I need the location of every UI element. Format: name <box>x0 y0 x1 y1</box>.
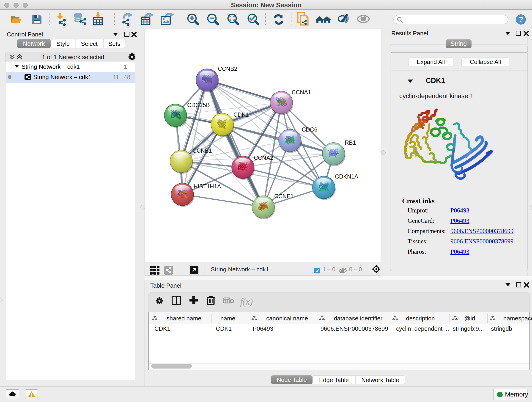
svg-text:CCNA1: CCNA1 <box>292 89 311 95</box>
svg-text:CDK1: CDK1 <box>234 111 249 118</box>
svg-text:CDKN1A: CDKN1A <box>335 173 358 180</box>
svg-text:HIST1H1A: HIST1H1A <box>194 183 221 190</box>
svg-text:RB1: RB1 <box>345 139 356 146</box>
svg-text:CCNA2: CCNA2 <box>254 154 273 161</box>
svg-text:CCNE1: CCNE1 <box>274 193 294 199</box>
svg-text:CCNB2: CCNB2 <box>218 65 237 72</box>
svg-text:CDC25B: CDC25B <box>187 102 210 108</box>
svg-text:CCNB1: CCNB1 <box>192 147 212 154</box>
svg-text:CDC6: CDC6 <box>302 126 317 133</box>
